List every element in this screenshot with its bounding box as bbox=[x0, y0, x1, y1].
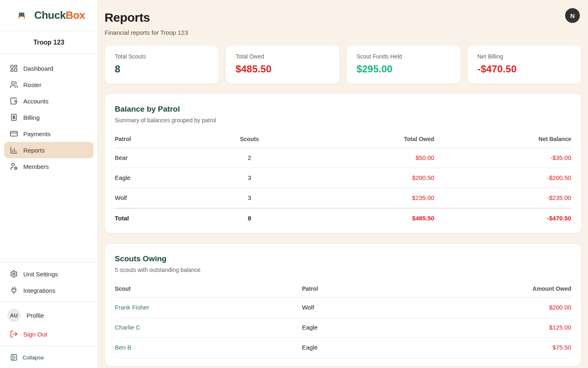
sidebar-item-label: Billing bbox=[23, 114, 40, 121]
patrol-cell: Eagle bbox=[302, 324, 452, 331]
gear-icon bbox=[10, 270, 18, 278]
amount-owed-cell: $75.50 bbox=[452, 344, 571, 351]
sidebar-item-label: Accounts bbox=[23, 98, 49, 105]
sidebar-item-label: Roster bbox=[23, 81, 41, 88]
net-balance-cell: -$235.00 bbox=[434, 194, 571, 201]
troop-name: Troop 123 bbox=[0, 31, 98, 54]
sidebar-item-reports[interactable]: Reports bbox=[4, 142, 94, 158]
wallet-icon bbox=[10, 97, 18, 105]
stat-card-scout-funds-held: Scout Funds Held $295.00 bbox=[346, 45, 461, 84]
panel-collapse-icon bbox=[10, 353, 18, 361]
scouts-cell: 3 bbox=[229, 174, 270, 181]
scout-link[interactable]: Charlie C bbox=[115, 324, 302, 331]
total-owed-cell: $50.00 bbox=[270, 154, 434, 161]
column-header-scout: Scout bbox=[115, 285, 302, 292]
users-icon bbox=[10, 81, 18, 89]
scout-link[interactable]: Ben B bbox=[115, 344, 302, 351]
patrol-cell: Wolf bbox=[115, 194, 229, 201]
scouts-owing-table: Scout Patrol Amount Owed Frank Fisher Wo… bbox=[115, 282, 571, 358]
stat-value: 8 bbox=[115, 63, 209, 75]
sidebar-item-roster[interactable]: Roster bbox=[4, 76, 94, 93]
sidebar-item-accounts[interactable]: Accounts bbox=[4, 93, 94, 109]
patrol-cell: Bear bbox=[115, 154, 229, 161]
sidebar: ChuckBox Troop 123 Dashboard Roster Ac bbox=[0, 0, 98, 368]
billing-dollar-icon bbox=[10, 113, 18, 121]
sign-out-label: Sign Out bbox=[23, 331, 47, 338]
page-subtitle: Financial reports for Troop 123 bbox=[105, 29, 581, 36]
sidebar-item-label: Integrations bbox=[23, 287, 55, 294]
sidebar-item-integrations[interactable]: Integrations bbox=[4, 282, 94, 298]
stat-value: $485.50 bbox=[236, 63, 330, 75]
column-header-patrol: Patrol bbox=[302, 285, 452, 292]
user-avatar[interactable]: N bbox=[565, 8, 580, 23]
table-row: Ben B Eagle $75.50 bbox=[115, 338, 571, 358]
profile-button[interactable]: AU Profile bbox=[4, 305, 94, 325]
table-row: Bear 2 $50.00 -$35.00 bbox=[115, 148, 571, 168]
chuckbox-logo-icon bbox=[13, 7, 31, 24]
stat-card-total-owed: Total Owed $485.50 bbox=[225, 45, 340, 84]
sidebar-item-payments[interactable]: Payments bbox=[4, 126, 94, 142]
patrol-cell: Eagle bbox=[302, 344, 452, 351]
scouts-owing-card: Scouts Owing 5 scouts with outstanding b… bbox=[105, 243, 581, 366]
dashboard-icon bbox=[10, 64, 18, 72]
main-nav: Dashboard Roster Accounts Billing bbox=[0, 54, 98, 175]
column-header-amount-owed: Amount Owed bbox=[452, 285, 571, 292]
app-root: ChuckBox Troop 123 Dashboard Roster Ac bbox=[0, 0, 588, 368]
sidebar-item-dashboard[interactable]: Dashboard bbox=[4, 60, 94, 76]
collapse-label: Collapse bbox=[22, 355, 44, 361]
balance-by-patrol-card: Balance by Patrol Summary of balances gr… bbox=[105, 94, 581, 233]
sidebar-item-label: Unit Settings bbox=[23, 271, 58, 278]
total-owed-cell: $200.50 bbox=[270, 174, 434, 181]
column-header-scouts: Scouts bbox=[229, 136, 270, 142]
patrol-cell: Eagle bbox=[115, 174, 229, 181]
stat-label: Scout Funds Held bbox=[356, 53, 450, 60]
main-content: N Reports Financial reports for Troop 12… bbox=[98, 0, 588, 368]
sign-out-button[interactable]: Sign Out bbox=[4, 325, 94, 343]
sidebar-item-label: Members bbox=[23, 163, 49, 170]
brand-logo[interactable]: ChuckBox bbox=[0, 0, 98, 31]
stat-value: $295.00 bbox=[356, 63, 450, 75]
table-row: Eagle 3 $200.50 -$200.50 bbox=[115, 168, 571, 188]
balance-by-patrol-table: Patrol Scouts Total Owed Net Balance Bea… bbox=[115, 132, 571, 225]
sign-out-icon bbox=[10, 330, 18, 338]
sidebar-item-label: Reports bbox=[23, 147, 45, 154]
stat-card-net-billing: Net Billing -$470.50 bbox=[467, 45, 581, 84]
table-row: Charlie C Eagle $125.00 bbox=[115, 318, 571, 338]
stat-card-total-scouts: Total Scouts 8 bbox=[105, 45, 219, 84]
profile-avatar: AU bbox=[7, 309, 20, 322]
profile-label: Profile bbox=[27, 312, 44, 319]
column-header-patrol: Patrol bbox=[115, 136, 229, 142]
sidebar-item-unit-settings[interactable]: Unit Settings bbox=[4, 266, 94, 282]
total-owed-cell: $235.00 bbox=[270, 194, 434, 201]
sidebar-settings-section: Unit Settings Integrations bbox=[0, 262, 98, 302]
amount-owed-cell: $125.00 bbox=[452, 324, 571, 331]
sidebar-item-label: Payments bbox=[23, 130, 51, 137]
total-owed-cell: $485.50 bbox=[270, 215, 434, 222]
sidebar-profile-section: AU Profile Sign Out bbox=[0, 302, 98, 346]
card-title: Balance by Patrol bbox=[115, 105, 571, 114]
scout-link[interactable]: Frank Fisher bbox=[115, 304, 302, 311]
patrol-cell: Wolf bbox=[302, 304, 452, 311]
credit-card-icon bbox=[10, 130, 18, 138]
column-header-total-owed: Total Owed bbox=[270, 136, 434, 142]
card-subtitle: Summary of balances grouped by patrol bbox=[115, 117, 571, 123]
collapse-sidebar-button[interactable]: Collapse bbox=[4, 350, 94, 365]
table-row: Wolf 3 $235.00 -$235.00 bbox=[115, 188, 571, 208]
sidebar-item-members[interactable]: Members bbox=[4, 158, 94, 175]
net-balance-cell: -$470.50 bbox=[434, 215, 571, 222]
card-subtitle: 5 scouts with outstanding balance bbox=[115, 267, 571, 273]
stats-row: Total Scouts 8 Total Owed $485.50 Scout … bbox=[105, 45, 581, 84]
user-cog-icon bbox=[10, 162, 18, 171]
sidebar-item-billing[interactable]: Billing bbox=[4, 109, 94, 126]
stat-value: -$470.50 bbox=[477, 63, 571, 75]
page-title: Reports bbox=[105, 11, 581, 25]
sidebar-collapse-section: Collapse bbox=[0, 346, 98, 368]
table-header-row: Scout Patrol Amount Owed bbox=[115, 282, 571, 298]
scouts-cell: 8 bbox=[229, 215, 270, 222]
scouts-cell: 3 bbox=[229, 194, 270, 201]
net-balance-cell: -$200.50 bbox=[434, 174, 571, 181]
stat-label: Total Scouts bbox=[115, 53, 209, 60]
sidebar-item-label: Dashboard bbox=[23, 65, 53, 72]
brand-name: ChuckBox bbox=[34, 9, 85, 22]
bar-chart-icon bbox=[10, 146, 18, 154]
